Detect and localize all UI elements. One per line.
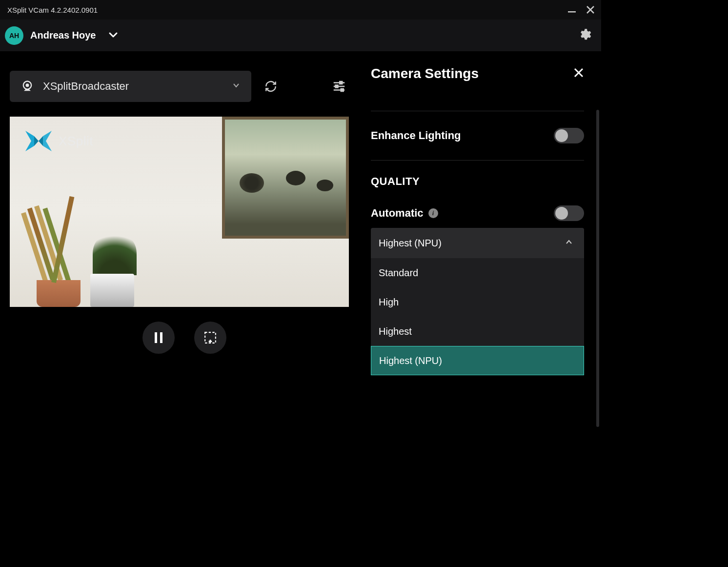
close-panel-button[interactable]	[573, 67, 584, 80]
xsplit-logo-icon	[23, 129, 54, 153]
quality-option-high[interactable]: High	[371, 287, 584, 317]
svg-point-2	[26, 83, 29, 87]
minimize-button[interactable]	[567, 5, 577, 15]
user-menu[interactable]: AH Andreas Hoye	[5, 26, 119, 45]
adjustments-button[interactable]	[329, 77, 349, 96]
refresh-button[interactable]	[261, 77, 281, 96]
quality-select[interactable]: Highest (NPU)	[371, 228, 584, 258]
header-bar: AH Andreas Hoye	[0, 20, 601, 51]
quality-dropdown-list: Standard High Highest Highest (NPU)	[371, 258, 584, 375]
settings-button[interactable]	[578, 28, 591, 43]
quality-heading: QUALITY	[371, 175, 584, 188]
chevron-up-icon	[565, 238, 573, 249]
enhance-lighting-label: Enhance Lighting	[371, 129, 461, 142]
avatar: AH	[5, 26, 23, 45]
username-label: Andreas Hoye	[30, 30, 96, 41]
svg-rect-6	[336, 85, 338, 88]
quality-option-highest-npu[interactable]: Highest (NPU)	[371, 346, 584, 375]
automatic-quality-toggle[interactable]	[554, 205, 584, 221]
camera-source-select[interactable]: XSplitBroadcaster	[10, 71, 251, 102]
svg-marker-10	[43, 131, 52, 151]
svg-rect-8	[341, 89, 344, 91]
settings-panel: Camera Settings Enhance Lighting QUALITY…	[359, 51, 601, 468]
info-icon[interactable]: i	[428, 208, 438, 218]
camera-source-label: XSplitBroadcaster	[43, 80, 223, 93]
panel-title: Camera Settings	[371, 66, 479, 81]
watermark: XSplit	[23, 129, 93, 153]
svg-rect-0	[568, 11, 576, 13]
svg-marker-12	[39, 136, 43, 146]
fullscreen-button[interactable]	[194, 322, 226, 354]
watermark-text: XSplit	[59, 134, 93, 149]
svg-rect-4	[340, 81, 342, 84]
automatic-label: Automatic	[371, 207, 424, 220]
svg-marker-9	[25, 131, 34, 151]
webcam-icon	[20, 80, 34, 93]
quality-selected-label: Highest (NPU)	[379, 238, 442, 249]
svg-marker-11	[34, 136, 39, 146]
svg-rect-14	[160, 332, 162, 343]
pause-button[interactable]	[142, 322, 175, 354]
window-title: XSplit VCam 4.2.2402.0901	[7, 6, 98, 14]
scrollbar[interactable]	[596, 110, 599, 427]
titlebar: XSplit VCam 4.2.2402.0901	[0, 0, 601, 20]
close-button[interactable]	[586, 5, 595, 15]
quality-option-standard[interactable]: Standard	[371, 258, 584, 287]
video-preview: XSplit	[10, 117, 349, 307]
enhance-lighting-toggle[interactable]	[554, 128, 584, 143]
chevron-down-icon	[108, 29, 119, 42]
preview-pane: XSplitBroadcaster	[0, 51, 359, 468]
quality-option-highest[interactable]: Highest	[371, 317, 584, 346]
svg-rect-13	[155, 332, 157, 343]
chevron-down-icon	[232, 81, 241, 92]
